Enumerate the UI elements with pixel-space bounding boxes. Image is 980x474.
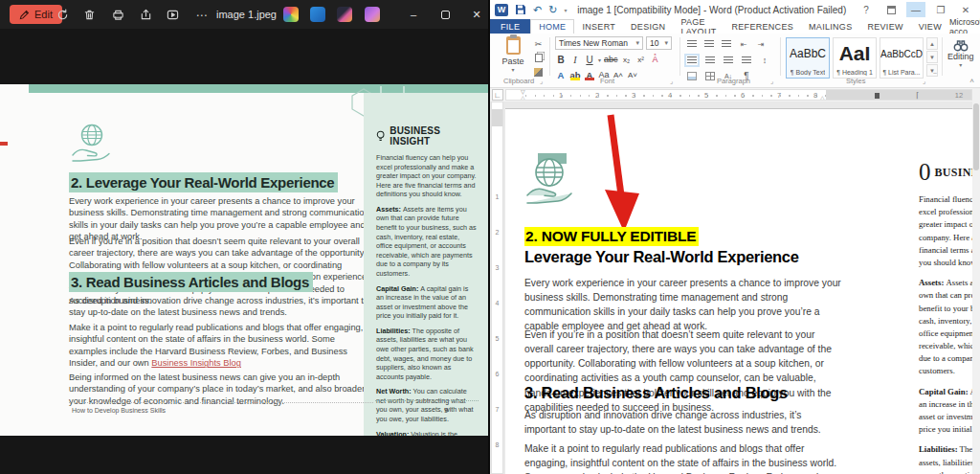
line-spacing-button[interactable]: ↕ <box>759 55 770 66</box>
tab-home[interactable]: HOME <box>530 19 574 34</box>
tab-mailings[interactable]: MAILINGS <box>801 19 859 34</box>
group-separator <box>942 37 943 76</box>
subscript-button[interactable]: x₂ <box>621 54 633 65</box>
styles-scroll-down-button[interactable]: ▼ <box>926 51 938 63</box>
numbering-button[interactable] <box>703 38 715 50</box>
align-center-button[interactable] <box>704 55 716 66</box>
styles-more-button[interactable]: ▼̲ <box>926 64 938 77</box>
redo-button[interactable]: ↻ <box>548 4 557 16</box>
styles-dialog-launcher[interactable]: ⌟ <box>923 78 925 85</box>
photos-app-icon[interactable] <box>283 7 299 22</box>
viewer-minimize-button[interactable]: – <box>406 7 421 22</box>
borders-button[interactable] <box>704 70 716 81</box>
underline-button[interactable]: U <box>584 54 595 65</box>
align-right-button[interactable] <box>723 55 734 66</box>
shrink-font-button[interactable]: A˅ <box>627 69 638 80</box>
rotate-icon[interactable] <box>56 8 70 22</box>
clipboard-dialog-launcher[interactable]: ⌟ <box>540 78 543 85</box>
tab-page-layout[interactable]: PAGE LAYOUT <box>673 19 724 34</box>
style-name: ¶ Heading 1 <box>836 69 873 76</box>
share-icon[interactable] <box>139 8 153 22</box>
align-left-button[interactable] <box>686 55 698 66</box>
red-arrow-annotation <box>590 113 651 239</box>
editing-label: Editing <box>947 52 974 61</box>
tab-review[interactable]: REVIEW <box>859 19 910 34</box>
increase-indent-button[interactable]: ⇥ <box>755 38 767 50</box>
viewer-close-button[interactable]: ✕ <box>469 7 484 22</box>
clipboard-small-buttons: ✂ <box>532 38 545 78</box>
bullets-button[interactable] <box>686 38 698 50</box>
section-3-heading: 3. Read Business Articles and Blogs <box>69 274 373 290</box>
clear-formatting-button[interactable]: A̽ <box>650 54 661 65</box>
word-restore-button[interactable]: ❐ <box>931 2 950 17</box>
undo-button[interactable]: ↶ <box>533 4 542 16</box>
tab-file[interactable]: FILE <box>490 19 530 34</box>
slideshow-icon[interactable] <box>166 8 180 22</box>
globe-hand-icon <box>69 123 113 165</box>
multilevel-list-button[interactable] <box>721 38 732 50</box>
word-close-button[interactable]: ✕ <box>956 2 975 17</box>
cut-button[interactable]: ✂ <box>532 38 545 49</box>
vertical-scrollbar[interactable] <box>972 88 980 474</box>
print-icon[interactable] <box>111 8 125 22</box>
editing-menu[interactable]: Editing ▾ <box>947 39 974 68</box>
collapse-ribbon-button[interactable]: ˄ <box>969 77 974 85</box>
bold-button[interactable]: B <box>555 54 567 65</box>
text-effects-button[interactable]: A <box>555 69 567 80</box>
shading-icon <box>687 72 697 80</box>
copy-button[interactable] <box>532 53 545 63</box>
styles-scroll-up-button[interactable]: ▲ <box>926 37 938 50</box>
save-icon[interactable] <box>515 4 526 15</box>
scrollbar-thumb[interactable] <box>973 103 979 170</box>
delete-icon[interactable] <box>82 8 97 22</box>
underline-caret-icon[interactable]: ▾ <box>598 56 601 63</box>
vertical-ruler[interactable]: 1 2 3 4 5 6 7 8 <box>491 102 503 474</box>
word-minimize-button[interactable]: — <box>906 2 925 17</box>
viewer-maximize-button[interactable] <box>437 7 453 22</box>
italic-button[interactable]: I <box>569 54 581 65</box>
font-dialog-launcher[interactable]: ⌟ <box>670 78 673 85</box>
shading-button[interactable] <box>686 70 698 81</box>
business-insights-blog-link[interactable]: Business Insights Blog <box>151 358 241 368</box>
tab-references[interactable]: REFERENCES <box>724 19 802 34</box>
style-heading-1[interactable]: AaI ¶ Heading 1 <box>833 37 877 79</box>
sidebar-term: Assets:Assets are items you own that can… <box>919 277 972 378</box>
paint-app-icon[interactable] <box>310 7 325 22</box>
clipchamp-app-icon[interactable] <box>337 7 352 22</box>
paragraph-group-label: Paragraph <box>717 77 750 85</box>
red-annotation-mark <box>0 142 8 146</box>
strikethrough-button[interactable]: abc <box>604 54 618 65</box>
editing-caret-icon: ▾ <box>959 61 962 68</box>
justify-button[interactable] <box>741 55 752 66</box>
sidebar-term: Liabilities:The opposite of assets, liab… <box>919 443 972 474</box>
hanging-indent-marker[interactable]: △ <box>521 96 525 101</box>
horizontal-ruler[interactable]: 1 2 3 4 5 6 7 8 12 ▽ △ △ ⌈ <box>505 89 972 101</box>
font-name-combobox[interactable]: Times New Roman▾ <box>555 36 643 50</box>
paragraph-dialog-launcher[interactable]: ⌟ <box>770 78 773 85</box>
edit-button[interactable]: Edit <box>10 5 62 24</box>
decrease-indent-button[interactable]: ⇤ <box>738 38 749 50</box>
superscript-button[interactable]: x² <box>635 54 647 65</box>
style-preview: AaBbCcD <box>880 38 923 69</box>
tab-insert[interactable]: INSERT <box>574 19 623 34</box>
vruler-margin <box>492 109 502 126</box>
style-body-text[interactable]: AaBbC ¶ Body Text <box>786 37 830 79</box>
font-color-bar <box>585 78 594 80</box>
word-page[interactable]: 2. NOW FULLY EDITIBLE Leverage Your Real… <box>505 108 972 474</box>
style-list-paragraph[interactable]: AaBbCcD ¶ List Para... <box>880 37 924 79</box>
ribbon-display-options-button[interactable] <box>881 2 901 17</box>
gallery-app-icon[interactable] <box>365 7 380 22</box>
help-button[interactable]: ? <box>857 2 876 17</box>
tab-stop-selector[interactable]: ∟ <box>492 89 503 101</box>
tab-view[interactable]: VIEW <box>911 19 949 34</box>
highlight-color-button[interactable]: ab <box>569 69 581 80</box>
ruler-column-marker[interactable] <box>875 93 880 99</box>
paste-button[interactable]: Paste ▾ <box>498 36 528 80</box>
font-size-combobox[interactable]: 10▾ <box>646 36 672 50</box>
more-options-icon[interactable]: ⋯ <box>194 8 209 22</box>
font-color-button[interactable]: A <box>584 69 595 80</box>
account-menu[interactable]: Microsoft acco...▾ <box>949 19 980 34</box>
right-indent-marker[interactable]: △ <box>820 96 825 101</box>
sidebar-title: BUSINESS INSIGHT <box>935 166 973 180</box>
tab-design[interactable]: DESIGN <box>623 19 673 34</box>
